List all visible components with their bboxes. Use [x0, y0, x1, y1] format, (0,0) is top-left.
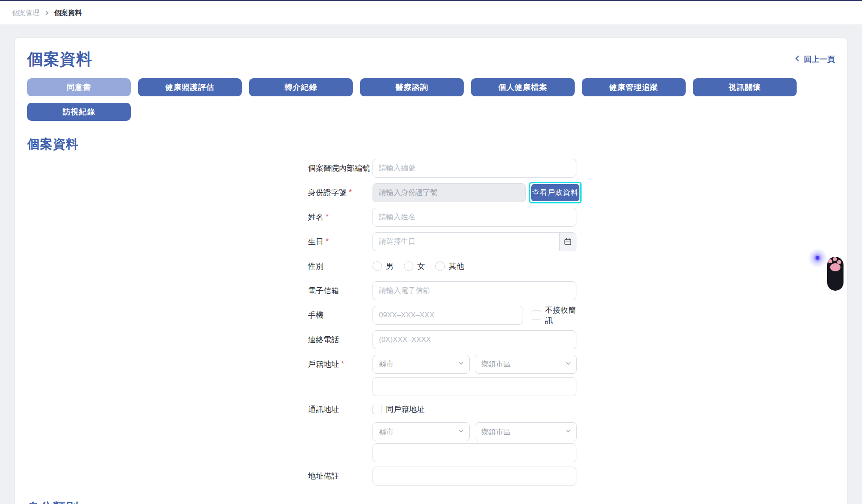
birthday-label: 生日: [308, 237, 323, 247]
breadcrumb-parent[interactable]: 個案管理: [12, 9, 40, 18]
tab-health-care-assessment[interactable]: 健康照護評估: [138, 78, 242, 96]
hospital-id-input[interactable]: [373, 159, 576, 178]
no-sms-checkbox[interactable]: [532, 310, 541, 320]
paw-pad: [830, 263, 840, 271]
registered-city-placeholder: 縣市: [379, 359, 394, 369]
gender-option-other-label: 其他: [449, 261, 464, 271]
phone-label: 連絡電話: [308, 335, 339, 345]
gender-option-female: 女: [404, 261, 425, 271]
registered-district-select[interactable]: 鄉鎮市區: [475, 355, 577, 374]
form-row-birthday: 生日 *: [308, 229, 583, 254]
tab-personal-health-file[interactable]: 個人健康檔案: [471, 78, 575, 96]
form-row-hospital-id: 個案醫院內部編號: [308, 156, 583, 180]
same-as-registered-label: 同戶籍地址: [386, 404, 425, 415]
form-row-mailing-street: [308, 442, 583, 464]
email-input[interactable]: [373, 281, 576, 300]
mailing-city-select[interactable]: 縣市: [373, 422, 470, 441]
hospital-id-label: 個案醫院內部編號: [308, 163, 370, 173]
mailing-address-label: 通訊地址: [308, 404, 339, 415]
gender-option-other: 其他: [435, 261, 464, 271]
form-row-address-note: 地址備註: [308, 464, 583, 489]
address-note-input[interactable]: [373, 467, 576, 486]
back-button[interactable]: 回上一頁: [794, 54, 835, 65]
tab-health-mgmt-tracking[interactable]: 健康管理追蹤: [582, 78, 686, 96]
breadcrumb: 個案管理 個案資料: [12, 9, 82, 18]
tab-consent[interactable]: 同意書: [27, 78, 131, 96]
form-row-registered-street: [308, 376, 583, 397]
divider: [27, 493, 835, 493]
radio-other[interactable]: [435, 261, 445, 271]
email-label: 電子信箱: [308, 286, 339, 296]
radio-female[interactable]: [404, 261, 413, 271]
paw-bean: [833, 257, 837, 261]
name-input[interactable]: [373, 208, 576, 227]
back-button-label: 回上一頁: [804, 54, 835, 65]
same-as-registered-checkbox[interactable]: [373, 405, 382, 414]
form-row-name: 姓名 *: [308, 205, 583, 229]
chevron-down-icon: [565, 428, 571, 436]
required-mark: *: [326, 237, 329, 246]
breadcrumb-bar: 個案管理 個案資料: [0, 1, 862, 25]
cat-paw-cursor: [827, 257, 844, 291]
highlight-box: 查看戶政資料: [529, 182, 582, 203]
phone-input[interactable]: [373, 330, 576, 349]
form-row-gender: 性別 男 女 其他: [308, 254, 583, 278]
gender-label: 性別: [308, 261, 323, 271]
gender-option-male-label: 男: [386, 261, 394, 271]
chevron-down-icon: [458, 428, 464, 436]
registered-city-select[interactable]: 縣市: [373, 355, 470, 374]
registered-address-label: 戶籍地址: [308, 359, 339, 369]
chevron-down-icon: [458, 360, 464, 368]
radio-male[interactable]: [373, 261, 382, 271]
tab-visit-record[interactable]: 訪視紀錄: [27, 103, 131, 121]
tab-medical-consult[interactable]: 醫療諮詢: [360, 78, 464, 96]
tab-referral-record[interactable]: 轉介紀錄: [249, 78, 353, 96]
required-mark: *: [349, 188, 352, 197]
calendar-icon[interactable]: [559, 233, 576, 251]
mailing-city-placeholder: 縣市: [379, 427, 394, 437]
section-title-identity-category: 身分類別: [27, 499, 835, 504]
name-label: 姓名: [308, 212, 323, 222]
address-note-label: 地址備註: [308, 471, 339, 481]
form-row-registered-address: 戶籍地址 * 縣市 鄉鎮市區: [308, 352, 583, 376]
page-title: 個案資料: [27, 49, 92, 70]
gender-option-female-label: 女: [417, 261, 425, 271]
national-id-input[interactable]: [373, 183, 526, 202]
section-title-case-data: 個案資料: [27, 136, 835, 153]
tab-video-care[interactable]: 視訊關懷: [693, 78, 797, 96]
chevron-right-icon: [44, 10, 50, 16]
paw-bean: [828, 259, 832, 263]
divider: [27, 128, 835, 128]
mobile-label: 手機: [308, 310, 323, 320]
form-row-mobile: 手機 不接收簡訊: [308, 303, 583, 327]
registered-street-input[interactable]: [373, 377, 576, 396]
form-row-mailing-selects: 縣市 鄉鎮市區: [308, 421, 583, 442]
form-row-national-id: 身份證字號 * 查看戶政資料: [308, 180, 583, 205]
no-sms-label: 不接收簡訊: [545, 305, 583, 326]
case-data-form: 個案醫院內部編號 身份證字號 * 查看戶政資料 姓名 *: [308, 156, 583, 489]
required-mark: *: [326, 212, 329, 221]
case-data-card: 個案資料 回上一頁 同意書 健康照護評估 轉介紀錄 醫療諮詢 個人健康檔案 健康…: [15, 38, 847, 504]
view-household-registry-button[interactable]: 查看戶政資料: [531, 184, 579, 201]
national-id-label: 身份證字號: [308, 187, 347, 198]
registered-district-placeholder: 鄉鎮市區: [481, 359, 511, 369]
form-row-phone: 連絡電話: [308, 327, 583, 352]
form-row-email: 電子信箱: [308, 278, 583, 303]
form-row-mailing-same: 通訊地址 同戶籍地址: [308, 397, 583, 421]
mailing-district-select[interactable]: 鄉鎮市區: [475, 422, 577, 441]
tab-bar: 同意書 健康照護評估 轉介紀錄 醫療諮詢 個人健康檔案 健康管理追蹤 視訊關懷 …: [27, 78, 810, 121]
mailing-district-placeholder: 鄉鎮市區: [481, 427, 511, 437]
breadcrumb-current: 個案資料: [54, 9, 82, 18]
required-mark: *: [341, 360, 344, 369]
birthday-input[interactable]: [373, 232, 576, 251]
gender-option-male: 男: [373, 261, 394, 271]
mobile-input[interactable]: [373, 306, 523, 325]
chevron-left-icon: [794, 55, 801, 65]
cursor-dot: [816, 256, 819, 260]
mailing-street-input[interactable]: [373, 443, 576, 462]
chevron-down-icon: [565, 360, 571, 368]
